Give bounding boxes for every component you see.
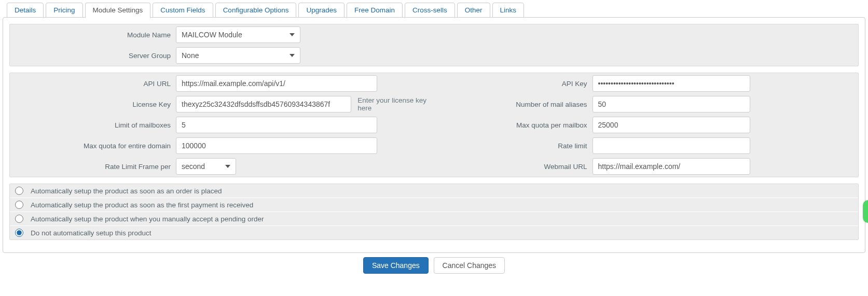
tab-links[interactable]: Links: [492, 3, 525, 18]
auto-setup-label-2[interactable]: Automatically setup the product when you…: [31, 215, 264, 223]
server-group-select[interactable]: None: [176, 47, 300, 64]
api-url-label: API URL: [10, 77, 176, 91]
auto-setup-label-1[interactable]: Automatically setup the product as soon …: [31, 201, 253, 209]
license-key-help: Enter your license key here: [357, 96, 431, 112]
auto-setup-radio-1[interactable]: [15, 201, 23, 209]
server-group-value: None: [182, 51, 199, 60]
tab-cross-sells[interactable]: Cross-sells: [405, 3, 455, 18]
limit-mailboxes-label: Limit of mailboxes: [10, 118, 176, 132]
api-key-input[interactable]: [593, 75, 750, 92]
tab-free-domain[interactable]: Free Domain: [347, 3, 403, 18]
module-name-value: MAILCOW Module: [182, 31, 242, 39]
server-group-label: Server Group: [10, 49, 176, 63]
max-quota-domain-label: Max quota for entire domain: [10, 139, 176, 153]
module-fields-section: API URL License Key Enter your license k…: [9, 73, 859, 177]
max-quota-mailbox-label: Max quota per mailbox: [434, 118, 593, 132]
max-quota-mailbox-input[interactable]: [593, 117, 750, 133]
auto-setup-radio-3[interactable]: [15, 229, 23, 237]
module-server-section: Module Name MAILCOW Module Server Group …: [9, 24, 859, 66]
side-help-tab[interactable]: [863, 200, 868, 223]
api-url-input[interactable]: [176, 75, 377, 92]
auto-setup-section: Automatically setup the product as soon …: [9, 184, 859, 240]
api-key-label: API Key: [434, 77, 593, 91]
chevron-down-icon: [290, 33, 295, 36]
action-buttons: Save Changes Cancel Changes: [3, 253, 865, 276]
tab-other[interactable]: Other: [457, 3, 490, 18]
license-key-label: License Key: [10, 97, 176, 111]
module-settings-panel: Module Name MAILCOW Module Server Group …: [3, 17, 865, 253]
module-name-label: Module Name: [10, 28, 176, 42]
max-quota-domain-input[interactable]: [176, 137, 377, 154]
auto-setup-radio-2[interactable]: [15, 215, 23, 223]
webmail-url-input[interactable]: [593, 158, 750, 175]
tab-details[interactable]: Details: [7, 3, 44, 18]
rate-limit-input[interactable]: [593, 137, 750, 154]
mail-aliases-input[interactable]: [593, 96, 750, 112]
module-name-select[interactable]: MAILCOW Module: [176, 26, 300, 43]
rate-limit-frame-label: Rate Limit Frame per: [10, 160, 176, 174]
chevron-down-icon: [225, 165, 230, 168]
tab-configurable-options[interactable]: Configurable Options: [215, 3, 297, 18]
mail-aliases-label: Number of mail aliases: [434, 97, 593, 111]
tabs: Details Pricing Module Settings Custom F…: [7, 3, 865, 18]
auto-setup-radio-0[interactable]: [15, 187, 23, 195]
rate-limit-frame-value: second: [182, 162, 205, 171]
license-key-input[interactable]: [176, 96, 351, 112]
rate-limit-label: Rate limit: [434, 139, 593, 153]
tab-pricing[interactable]: Pricing: [46, 3, 82, 18]
limit-mailboxes-input[interactable]: [176, 117, 377, 133]
save-button[interactable]: Save Changes: [363, 257, 429, 274]
webmail-url-label: Webmail URL: [434, 160, 593, 174]
tab-module-settings[interactable]: Module Settings: [85, 3, 151, 18]
rate-limit-frame-select[interactable]: second: [176, 158, 236, 175]
auto-setup-label-3[interactable]: Do not automatically setup this product: [31, 229, 151, 237]
auto-setup-label-0[interactable]: Automatically setup the product as soon …: [31, 187, 222, 195]
tab-custom-fields[interactable]: Custom Fields: [153, 3, 213, 18]
chevron-down-icon: [290, 54, 295, 57]
cancel-button[interactable]: Cancel Changes: [434, 257, 505, 274]
tab-upgrades[interactable]: Upgrades: [298, 3, 345, 18]
